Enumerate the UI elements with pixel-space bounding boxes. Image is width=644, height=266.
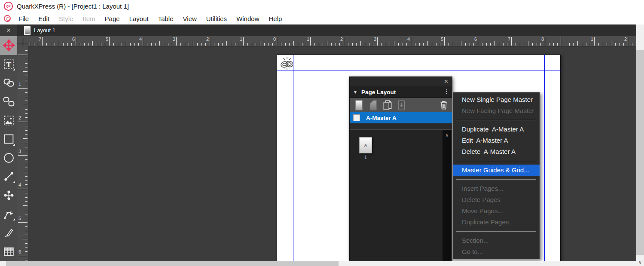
tool-palette: T bbox=[0, 36, 17, 261]
window-title: QuarkXPress (R) - [Project1 : Layout 1] bbox=[17, 3, 129, 10]
palette-close-icon[interactable]: ✕ bbox=[444, 78, 449, 85]
bezier-pen-tool[interactable] bbox=[0, 205, 17, 223]
ruler-tick bbox=[365, 43, 365, 46]
ruler-tick bbox=[394, 41, 394, 46]
ruler-number: 4 bbox=[135, 37, 142, 42]
menu-item-new-single-page-master[interactable]: New Single Page Master bbox=[453, 94, 540, 105]
ruler-tick bbox=[25, 231, 27, 231]
ruler-tick bbox=[594, 37, 595, 46]
ruler-tick bbox=[277, 37, 277, 46]
palette-title-strip[interactable]: ✕ bbox=[350, 77, 452, 86]
tab-close-button[interactable]: ✕ bbox=[0, 24, 17, 36]
master-page-checkbox-icon[interactable] bbox=[353, 114, 360, 121]
duplicate-master-button[interactable] bbox=[383, 100, 392, 111]
ruler-tick bbox=[260, 41, 260, 46]
ruler-tick bbox=[386, 43, 386, 46]
ruler-tick bbox=[360, 41, 361, 46]
menu-help[interactable]: Help bbox=[264, 14, 287, 24]
ruler-tick bbox=[327, 41, 327, 46]
menu-item-edit-a-master-a[interactable]: Edit A-Master A bbox=[453, 135, 540, 146]
master-row-a-master-a[interactable]: A-Master A bbox=[350, 112, 452, 123]
page-layout-context-menu: New Single Page MasterNew Facing Page Ma… bbox=[452, 92, 540, 260]
delete-master-button[interactable] bbox=[439, 100, 448, 110]
ruler-tick bbox=[537, 43, 537, 46]
menu-item-master-guides-grid[interactable]: Master Guides & Grid... bbox=[453, 165, 540, 176]
ruler-tick bbox=[549, 43, 549, 46]
ruler-tick bbox=[25, 109, 27, 110]
ruler-tick bbox=[465, 43, 466, 46]
guide-horizontal-top[interactable] bbox=[277, 70, 561, 70]
ruler-origin-box[interactable] bbox=[17, 36, 28, 46]
palette-menu-dots-icon[interactable]: ⋮ bbox=[444, 88, 449, 95]
horizontal-scrollbar-thumb[interactable] bbox=[6, 261, 339, 266]
ruler-tick bbox=[197, 43, 198, 46]
picture-content-tool[interactable] bbox=[0, 111, 17, 130]
document-canvas[interactable] bbox=[28, 46, 636, 261]
ruler-tick bbox=[293, 41, 294, 46]
rectangle-box-tool[interactable] bbox=[0, 130, 17, 149]
vertical-ruler[interactable]: 123456 bbox=[17, 46, 28, 261]
text-content-tool[interactable]: T bbox=[0, 55, 17, 74]
menu-style: Style bbox=[54, 14, 78, 24]
menu-edit[interactable]: Edit bbox=[34, 14, 54, 24]
starburst-tool[interactable] bbox=[0, 186, 17, 205]
menu-page[interactable]: Page bbox=[100, 14, 125, 24]
collapse-triangle-icon[interactable]: ▼ bbox=[353, 90, 357, 95]
menu-view[interactable]: View bbox=[178, 14, 201, 24]
guide-vertical-right[interactable] bbox=[544, 55, 545, 261]
menu-file[interactable]: File bbox=[14, 14, 34, 24]
svg-text:T: T bbox=[6, 60, 11, 69]
palette-scrollbar[interactable]: ∧ bbox=[443, 130, 451, 261]
ruler-tick bbox=[553, 43, 554, 46]
text-unlinking-tool[interactable] bbox=[0, 92, 17, 111]
tab-layout-1[interactable]: Layout 1 bbox=[22, 24, 61, 36]
new-single-page-master-button[interactable] bbox=[354, 100, 364, 111]
scroll-down-icon[interactable]: ∨ bbox=[636, 260, 644, 265]
ruler-tick bbox=[84, 43, 85, 46]
freehand-drawing-tool[interactable] bbox=[0, 223, 17, 242]
ruler-tick bbox=[507, 43, 507, 46]
ruler-tick bbox=[23, 239, 27, 239]
menu-item-delete-a-master-a[interactable]: Delete A-Master A bbox=[453, 146, 540, 157]
line-tool[interactable] bbox=[0, 167, 17, 186]
ruler-tick bbox=[598, 43, 599, 46]
item-move-tool[interactable] bbox=[0, 36, 17, 55]
ruler-tick bbox=[46, 43, 47, 46]
text-linking-tool[interactable] bbox=[0, 73, 17, 92]
ruler-tick bbox=[540, 43, 541, 46]
ruler-tick bbox=[23, 205, 27, 206]
table-tool[interactable] bbox=[0, 242, 17, 261]
menu-item-duplicate-a-master-a[interactable]: Duplicate A-Master A bbox=[453, 124, 540, 135]
menu-utilities[interactable]: Utilities bbox=[201, 14, 232, 24]
scroll-up-icon[interactable]: ∧ bbox=[443, 132, 451, 138]
menu-table[interactable]: Table bbox=[153, 14, 178, 24]
guide-vertical-left[interactable] bbox=[293, 55, 293, 261]
ruler-tick bbox=[18, 189, 27, 189]
menu-window[interactable]: Window bbox=[232, 14, 264, 24]
oval-box-tool[interactable] bbox=[0, 149, 17, 168]
palette-header: ▼ Page Layout ⋮ bbox=[350, 86, 452, 98]
ruler-tick bbox=[582, 43, 582, 46]
ruler-tick bbox=[403, 43, 403, 46]
ruler-tick bbox=[23, 172, 27, 172]
page-thumbnail[interactable]: A bbox=[359, 137, 372, 153]
ruler-tick bbox=[411, 37, 411, 46]
ruler-tick bbox=[222, 43, 223, 46]
ruler-tick bbox=[603, 43, 603, 46]
ruler-tick bbox=[25, 147, 27, 147]
palette-pages-area[interactable]: A 1 ∧ bbox=[350, 130, 452, 261]
document-control-icon[interactable] bbox=[4, 15, 11, 22]
ruler-tick bbox=[511, 37, 512, 46]
ruler-tick bbox=[623, 43, 624, 46]
horizontal-ruler[interactable]: 765432101234567812 bbox=[28, 36, 636, 46]
vertical-scrollbar-thumb[interactable] bbox=[636, 50, 644, 255]
quarkxpress-window: QX QuarkXPress (R) - [Project1 : Layout … bbox=[0, 0, 644, 266]
ruler-number: 2 bbox=[336, 37, 343, 42]
ruler-tick bbox=[172, 43, 172, 46]
ruler-tick bbox=[25, 130, 27, 131]
vertical-scrollbar[interactable]: ∨ bbox=[636, 24, 644, 266]
menu-layout[interactable]: Layout bbox=[125, 14, 153, 24]
ruler-tick bbox=[557, 43, 558, 46]
page-layout-palette: ✕ ▼ Page Layout ⋮ A-Master A A 1 ∧ bbox=[349, 76, 452, 261]
horizontal-scrollbar[interactable] bbox=[0, 261, 636, 266]
